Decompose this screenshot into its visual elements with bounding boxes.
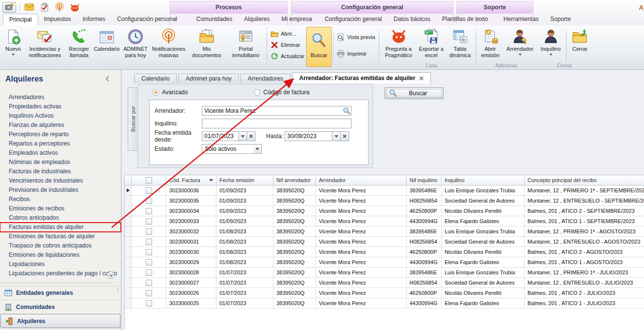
document-tab-arrendador-facturas-emitidas-de-alquiler[interactable]: Arrendador: Facturas emitidas de alquile… — [292, 72, 431, 83]
row-checkbox[interactable] — [146, 239, 152, 245]
sidebar-item-traspaso-de-cobros-anticipados[interactable]: Traspaso de cobros anticipados — [0, 241, 121, 250]
sidebar-item-cobros-anticipados[interactable]: Cobros anticipados — [0, 213, 121, 223]
sidebar-item-liquidaciones-pendientes-de-pago-cobro[interactable]: Liquidaciones pendientes de pago / cobro — [0, 269, 121, 278]
actualizar-button[interactable]: Actualizar — [271, 52, 304, 61]
sidebar-group-entidades-generales[interactable]: Entidades generales — [0, 286, 121, 300]
table-row[interactable]: 302300003001/08/202338395020QVicente Mor… — [125, 247, 644, 257]
nav-overflow-button[interactable] — [107, 271, 115, 279]
document-tab-calendario[interactable]: Calendario — [134, 74, 177, 83]
sidebar-item-arrendadores[interactable]: Arrendadores — [0, 93, 121, 102]
document-tab-adminet-para-hoy[interactable]: Adminet para hoy — [178, 74, 239, 83]
portal-inmobiliario-button[interactable]: Portal inmobiliario — [226, 27, 265, 67]
row-checkbox[interactable] — [146, 218, 152, 225]
row-checkbox[interactable] — [146, 269, 152, 276]
inquilino-input[interactable] — [202, 119, 351, 128]
buscar-ribbon-button[interactable]: Buscar — [306, 27, 332, 67]
row-checkbox[interactable] — [146, 280, 152, 286]
estado-select[interactable]: Sólo activos — [202, 144, 262, 154]
sidebar-group-comunidades[interactable]: Comunidades — [0, 300, 121, 314]
table-row[interactable]: 302300003501/09/202338395020QVicente Mor… — [125, 196, 644, 206]
exportar-excel-button[interactable]: Exportar a excel — [417, 27, 446, 67]
ribbon-tab-mi-empresa[interactable]: Mi empresa — [275, 14, 318, 25]
table-row[interactable]: 302300002601/07/202338395020QVicente Mor… — [125, 288, 644, 298]
sidebar-item-previsiones-de-industriales[interactable]: Previsiones de industriales — [0, 186, 121, 195]
lookup-magnifier-icon[interactable] — [343, 107, 351, 115]
sidebar-item-inquilinos-activos[interactable]: Inquilinos Activos — [0, 111, 121, 121]
pragmatico-icon[interactable] — [69, 2, 80, 13]
estado-dropdown-button[interactable] — [254, 144, 262, 154]
row-checkbox[interactable] — [146, 228, 152, 235]
ribbon-tab-datos-basicos[interactable]: Datos básicos — [388, 14, 436, 25]
cerrar-button[interactable]: Cerrar — [568, 27, 592, 67]
document-tab-arrendadores[interactable]: Arrendadores — [240, 74, 291, 83]
pregunta-pragmatico-button[interactable]: Pregunta a Pragmático — [381, 27, 417, 67]
sidebar-item-repartos-a-perceptores[interactable]: Repartos a perceptores — [0, 139, 121, 148]
arrendador-input[interactable] — [202, 106, 351, 116]
column-header-cod-factura[interactable]: Cód. Factura — [166, 175, 216, 186]
row-checkbox[interactable] — [146, 249, 152, 255]
hasta-clear-button[interactable] — [341, 131, 349, 141]
sidebar-item-emisiones-de-recibos[interactable]: Emisiones de recibos — [0, 204, 121, 213]
ribbon-tab-impuestos[interactable]: Impuestos — [38, 14, 77, 25]
sidebar-item-recibos[interactable]: Recibos — [0, 195, 121, 204]
collapse-sidebar-button[interactable] — [105, 76, 112, 82]
hasta-dropdown-button[interactable] — [332, 131, 341, 141]
notificaciones-masivas-button[interactable]: Notificaciones masivas — [150, 27, 187, 67]
sidebar-item-emisiones-de-facturas-de-alquiler[interactable]: Emisiones de facturas de alquiler — [0, 232, 121, 241]
sidebar-group-alquileres[interactable]: Alquileres — [0, 314, 120, 328]
tabla-dinamica-button[interactable]: fx Tabla dinámica — [446, 27, 474, 67]
vista-previa-button[interactable]: Vista previa — [337, 33, 375, 41]
buscar-por-side-tab[interactable]: Buscar por — [128, 87, 138, 151]
sidebar-item-nominas-de-empleados[interactable]: Nóminas de empleados — [0, 158, 121, 167]
table-row[interactable]: 302300002901/08/202338395020QVicente Mor… — [125, 257, 644, 268]
ribbon-tab-soporte[interactable]: Soporte — [545, 14, 577, 25]
imprimir-button[interactable]: Imprimir — [337, 49, 375, 58]
row-checkbox[interactable] — [146, 300, 152, 307]
ribbon-tab-comunidades[interactable]: Comunidades — [191, 14, 238, 25]
ribbon-tab-herramientas[interactable]: Herramientas — [498, 14, 545, 25]
column-header-fecha-emision[interactable]: Fecha emisión — [216, 175, 273, 186]
mis-documentos-button[interactable]: Mis documentos — [187, 27, 226, 67]
abrir-emision-button[interactable]: Abrir emisión — [478, 27, 503, 67]
arrendador-button[interactable]: Arrendador — [503, 27, 537, 67]
mail-icon[interactable] — [23, 2, 35, 13]
hasta-input[interactable] — [285, 131, 332, 141]
eliminar-button[interactable]: Eliminar — [271, 41, 304, 49]
row-checkbox[interactable] — [146, 290, 152, 296]
row-checkbox[interactable] — [146, 259, 152, 266]
recoger-llamada-button[interactable]: Recoger llamada — [65, 27, 93, 67]
record-call-icon[interactable] — [2, 2, 16, 13]
sidebar-item-liquidaciones[interactable]: Liquidaciones — [0, 260, 121, 269]
column-header-nif-inquilino[interactable]: Nif inquilino — [407, 175, 442, 186]
ribbon-tab-configuracion-general[interactable]: Configuración general — [319, 14, 388, 25]
table-row[interactable]: 302300003101/08/202338395020QVicente Mor… — [125, 237, 644, 247]
sidebar-item-propiedades-activas[interactable]: Propiedades activas — [0, 102, 121, 111]
fecha-desde-clear-button[interactable] — [247, 131, 255, 141]
broadcast-icon[interactable] — [54, 2, 65, 13]
table-row[interactable]: 302300002801/07/202338395020QVicente Mor… — [125, 268, 644, 278]
ribbon-tab-configuracion-personal[interactable]: Configuración personal — [111, 14, 183, 25]
fecha-desde-input[interactable] — [202, 131, 239, 141]
abrir-button[interactable]: Abrir... — [271, 29, 304, 38]
sidebar-item-vencimientos-de-industriales[interactable]: Vencimientos de industriales — [0, 176, 121, 186]
inquilino-button[interactable]: Inquilino — [537, 27, 565, 67]
table-row[interactable]: 302300002501/07/202338395020QVicente Mor… — [125, 298, 644, 309]
sidebar-item-fianzas-de-alquileres[interactable]: Fianzas de alquileres — [0, 121, 121, 130]
sidebar-item-facturas-emitidas-de-alquiler[interactable]: Facturas emitidas de alquiler — [0, 223, 121, 232]
table-row[interactable]: 302300003401/09/202338395020QVicente Mor… — [125, 206, 644, 216]
ribbon-tab-plantillas-de-texto[interactable]: Plantillas de texto — [436, 14, 494, 25]
row-checkbox[interactable] — [146, 198, 152, 204]
radio-avanzado[interactable]: Avanzado — [153, 89, 188, 96]
radio-codigo-de-factura[interactable]: Código de factura — [254, 89, 310, 96]
row-checkbox[interactable] — [146, 187, 152, 194]
calendario-button[interactable]: Calendario — [93, 27, 121, 67]
column-header-arrendador[interactable]: Arrendador — [316, 175, 407, 186]
sidebar-item-facturas-de-industriales[interactable]: Facturas de industriales — [0, 167, 121, 176]
column-header-concepto-principal-del-recibo[interactable]: Concepto principal del recibo — [525, 175, 644, 186]
ribbon-tab-alquileres[interactable]: Alquileres — [238, 14, 276, 25]
row-checkbox[interactable] — [146, 208, 152, 214]
sidebar-item-empleados-activos[interactable]: Empleados activos — [0, 148, 121, 158]
column-header-inquilino[interactable]: Inquilino — [442, 175, 525, 186]
ribbon-tab-informes[interactable]: Informes — [77, 14, 111, 25]
table-row[interactable]: 302300003201/08/202338395020QVicente Mor… — [125, 227, 644, 237]
